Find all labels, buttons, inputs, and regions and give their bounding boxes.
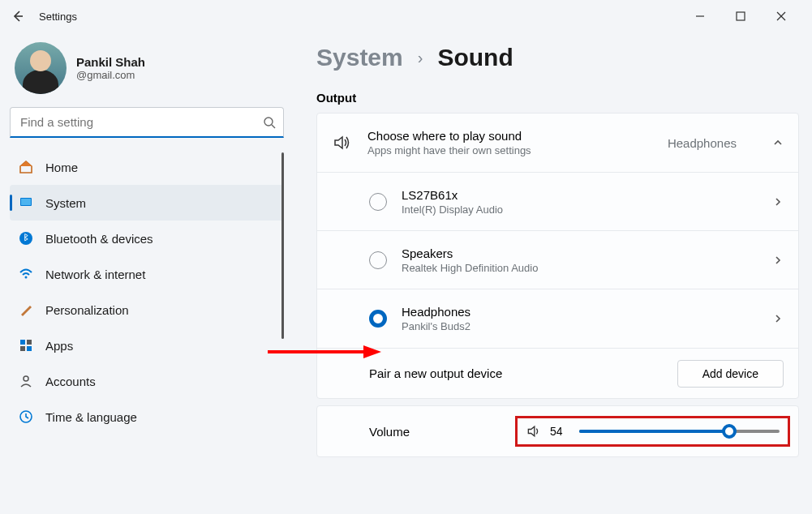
sidebar-item-system[interactable]: System [10,185,284,221]
speaker-icon [332,133,351,152]
svg-rect-11 [27,340,32,345]
sidebar-item-label: Accounts [45,375,96,388]
svg-point-14 [24,376,28,381]
breadcrumb: System › Sound [316,44,799,71]
close-button[interactable] [776,11,801,21]
profile-email: @gmail.com [76,69,145,81]
volume-highlight: 54 [515,416,790,447]
radio-button[interactable] [369,251,387,269]
profile-name: Pankil Shah [76,55,145,69]
device-sub: Realtek High Definition Audio [402,262,758,274]
search-field[interactable] [10,107,284,138]
maximize-button[interactable] [736,11,760,21]
radio-button[interactable] [369,310,387,328]
choose-output-row[interactable]: Choose where to play sound Apps might ha… [317,114,798,172]
speaker-icon[interactable] [526,423,542,439]
volume-label: Volume [369,425,515,439]
breadcrumb-parent[interactable]: System [316,44,403,71]
sidebar-item-label: Network & internet [45,268,145,281]
sidebar-item-label: Bluetooth & devices [45,232,153,246]
clock-icon [18,409,34,425]
slider-thumb[interactable] [722,424,737,439]
slider-fill [579,430,729,433]
window-title: Settings [39,11,77,23]
svg-rect-1 [737,12,745,20]
sidebar-item-label: Home [45,161,78,174]
volume-slider[interactable] [579,430,780,433]
sidebar-item-label: Personalization [45,303,129,317]
pair-label: Pair a new output device [369,366,677,380]
pair-device-row: Pair a new output device Add device [317,348,798,398]
sidebar-item-label: Apps [45,339,73,353]
output-card: Choose where to play sound Apps might ha… [316,113,799,399]
window-controls [695,11,806,21]
search-icon [263,116,276,129]
sidebar-item-personalization[interactable]: Personalization [10,292,284,328]
svg-rect-12 [20,346,25,351]
home-icon [18,159,34,175]
avatar [15,42,67,94]
svg-point-4 [264,118,273,126]
device-list: LS27B61x Intel(R) Display Audio Speakers… [317,172,798,348]
sidebar-item-label: Time & language [45,410,137,424]
device-name: LS27B61x [402,188,758,202]
sidebar: Pankil Shah @gmail.com Home [0,32,292,514]
titlebar: Settings [0,0,812,32]
brush-icon [18,302,34,318]
bluetooth-icon [18,230,34,246]
svg-rect-13 [27,346,32,351]
system-icon [18,195,34,211]
main-pane: System › Sound Output Choose where to pl… [292,32,812,514]
account-icon [18,373,34,389]
volume-row: Volume 54 [316,405,799,457]
sidebar-item-accounts[interactable]: Accounts [10,363,284,399]
sidebar-item-label: System [45,196,86,210]
nav-list: Home System Bluetooth & devices Network … [10,149,284,435]
search-input[interactable] [10,107,284,138]
volume-value: 54 [550,425,571,438]
sidebar-item-time-language[interactable]: Time & language [10,399,284,435]
sidebar-item-bluetooth[interactable]: Bluetooth & devices [10,221,284,256]
sidebar-item-home[interactable]: Home [10,149,284,185]
output-section-label: Output [316,91,799,105]
radio-button[interactable] [369,193,387,211]
current-output-value: Headphones [668,136,737,150]
add-device-button[interactable]: Add device [677,360,784,388]
chevron-right-icon[interactable] [772,313,784,324]
device-sub: Pankil's Buds2 [402,320,758,332]
sidebar-item-apps[interactable]: Apps [10,328,284,363]
device-sub: Intel(R) Display Audio [402,203,758,216]
profile-section[interactable]: Pankil Shah @gmail.com [10,37,284,107]
device-name: Headphones [402,305,758,319]
apps-icon [18,337,34,353]
device-row[interactable]: Headphones Pankil's Buds2 [317,289,798,348]
sidebar-item-network[interactable]: Network & internet [10,256,284,292]
choose-output-title: Choose where to play sound [367,129,651,143]
svg-line-5 [272,125,275,128]
device-row[interactable]: LS27B61x Intel(R) Display Audio [317,173,798,231]
minimize-button[interactable] [695,11,720,21]
device-name: Speakers [402,246,758,260]
svg-rect-10 [20,340,25,345]
back-button[interactable] [6,5,29,28]
wifi-icon [18,266,34,282]
chevron-right-icon: › [418,49,423,67]
chevron-right-icon[interactable] [772,255,784,266]
chevron-up-icon [772,137,784,148]
chevron-right-icon[interactable] [772,196,784,208]
svg-rect-7 [21,199,31,205]
choose-output-sub: Apps might have their own settings [367,144,651,156]
device-row[interactable]: Speakers Realtek High Definition Audio [317,231,798,289]
sidebar-scrollbar[interactable] [281,152,284,339]
breadcrumb-current: Sound [437,44,513,71]
svg-point-9 [25,276,28,279]
